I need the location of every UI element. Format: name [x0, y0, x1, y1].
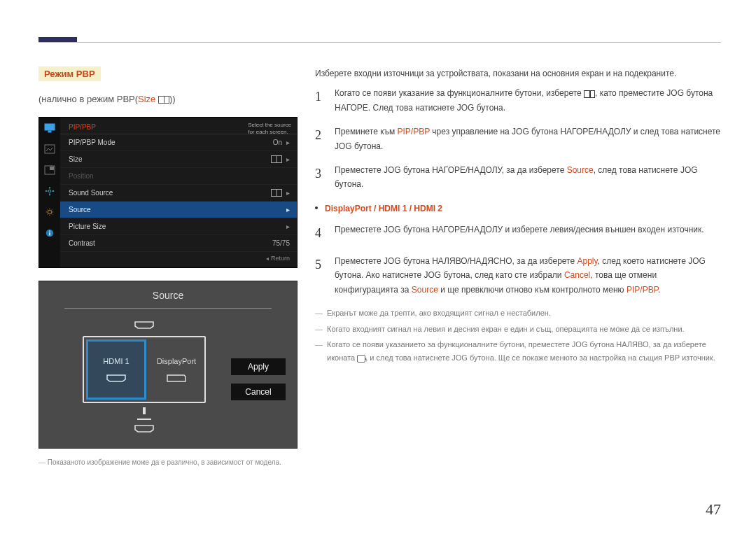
source-buttons: Apply Cancel — [231, 358, 286, 400]
step-number: 4 — [315, 223, 325, 244]
left-column: Режим PBP (налично в режим PBP(Size )) — [38, 66, 298, 466]
step-body: Преместете JOG бутона НАГОРЕ/НАДОЛУ и из… — [335, 223, 721, 244]
screen-right[interactable]: DisplayPort — [148, 337, 204, 402]
osd-row-value: On — [273, 139, 282, 146]
osd-body: PIP/PBP Select the source for each scree… — [60, 118, 297, 265]
osd-row-sound-source[interactable]: Sound Source▸ — [60, 185, 297, 202]
step-number: 3 — [315, 163, 325, 192]
pbp-value-icon — [271, 155, 282, 163]
screen-left[interactable]: HDMI 1 — [86, 339, 146, 400]
section-heading: Режим PBP — [38, 66, 101, 81]
chevron-right-icon: ▸ — [286, 139, 290, 146]
osd-return-label: Return — [271, 255, 290, 262]
osd-row-label: PIP/PBP Mode — [69, 139, 273, 146]
model-footnote: Показаното изображение може да е различн… — [38, 458, 298, 466]
note-1: Екранът може да трепти, ако входящият си… — [315, 307, 721, 320]
osd-row-pip-pbp-mode[interactable]: PIP/PBP ModeOn▸ — [60, 134, 297, 151]
step-body: Преместете JOG бутона НАГОРЕ/НАДОЛУ, за … — [335, 163, 721, 192]
sidebar-settings-icon[interactable] — [39, 202, 60, 223]
note-text: Когато входният сигнал на левия и десния… — [327, 323, 685, 336]
osd-sidebar — [39, 118, 60, 267]
svg-rect-0 — [45, 124, 55, 130]
step-4: 4 Преместете JOG бутона НАГОРЕ/НАДОЛУ и … — [315, 223, 721, 244]
monitor-stand-icon — [137, 412, 151, 420]
options-text: DisplayPort / HDMI 1 / HDMI 2 — [325, 202, 442, 216]
note-2: Когато входният сигнал на левия и десния… — [315, 323, 721, 336]
note-3: Когато се появи указанието за функционал… — [315, 338, 721, 364]
subtitle-size: Size — [138, 94, 155, 104]
subtitle: (налично в режим PBP(Size )) — [38, 94, 298, 104]
osd-row-label: Picture Size — [69, 223, 282, 230]
osd-row-value: 75/75 — [272, 239, 290, 247]
screen-right-label: DisplayPort — [157, 357, 196, 365]
osd-row-position: Position — [60, 168, 297, 185]
osd-row-source[interactable]: Source▸ — [60, 202, 297, 218]
osd-hint-line1: Select the source — [248, 122, 291, 129]
svg-point-6 — [48, 210, 51, 213]
chevron-right-icon: ▸ — [286, 155, 290, 163]
sidebar-display-icon[interactable] — [39, 118, 60, 139]
source-panel: Source HDMI 1 DisplayPort — [38, 281, 298, 449]
bullet-dot-icon — [315, 206, 318, 209]
step-body: Преместете JOG бутона НАЛЯВО/НАДЯСНО, за… — [335, 254, 721, 297]
sidebar-pip-icon[interactable] — [39, 160, 60, 181]
osd-row-size[interactable]: Size▸ — [60, 151, 297, 168]
step-body: Когато се появи указание за функционални… — [335, 86, 721, 115]
apply-button[interactable]: Apply — [231, 358, 286, 375]
svg-rect-2 — [45, 145, 55, 153]
svg-point-5 — [48, 190, 51, 192]
source-divider — [64, 308, 272, 309]
header-rule — [38, 42, 721, 43]
options-bullet: DisplayPort / HDMI 1 / HDMI 2 — [315, 202, 721, 216]
screen-left-label: HDMI 1 — [103, 357, 129, 365]
cancel-button[interactable]: Cancel — [231, 384, 286, 400]
hdmi-port-top-icon — [134, 321, 155, 329]
osd-row-label: Sound Source — [69, 189, 271, 197]
osd-header-label: PIP/PBP — [69, 123, 96, 131]
return-inline-icon — [357, 355, 365, 363]
chevron-right-icon: ▸ — [286, 206, 290, 213]
osd-row-picture-size[interactable]: Picture Size▸ — [60, 218, 297, 235]
svg-rect-8 — [49, 232, 50, 235]
hdmi-port-bottom-icon — [134, 424, 155, 433]
hdmi-icon — [106, 374, 127, 382]
step-number: 2 — [315, 125, 325, 153]
step-number: 1 — [315, 86, 325, 115]
step-2: 2 Преминете към PIP/PBP чрез управление … — [315, 125, 721, 153]
osd-footer: ◂ Return — [60, 252, 297, 265]
step-body: Преминете към PIP/PBP чрез управление на… — [335, 125, 721, 153]
osd-row-contrast[interactable]: Contrast75/75 — [60, 235, 297, 252]
intro-text: Изберете входни източници за устройстват… — [315, 66, 721, 80]
osd-row-label: Source — [69, 206, 282, 213]
osd-hint-line2: for each screen. — [248, 129, 291, 136]
pbp-split-icon — [158, 96, 169, 104]
right-column: Изберете входни източници за устройстват… — [298, 66, 721, 466]
note-text: Екранът може да трепти, ако входящият си… — [327, 307, 551, 320]
svg-rect-4 — [50, 167, 54, 170]
page-number: 47 — [706, 500, 721, 519]
source-title: Source — [39, 290, 297, 301]
subtitle-prefix: (налично в режим PBP( — [38, 94, 138, 104]
pbp-value-icon — [271, 189, 282, 197]
step-5: 5 Преместете JOG бутона НАЛЯВО/НАДЯСНО, … — [315, 254, 721, 297]
sidebar-picture-icon[interactable] — [39, 139, 60, 160]
screen-box: HDMI 1 DisplayPort — [83, 336, 206, 403]
chevron-right-icon: ▸ — [286, 189, 290, 197]
monitor-illustration: HDMI 1 DisplayPort — [67, 312, 221, 438]
step-number: 5 — [315, 254, 325, 297]
osd-row-label: Position — [69, 172, 290, 180]
osd-hint: Select the source for each screen. — [248, 122, 291, 136]
page-content: Режим PBP (налично в режим PBP(Size )) — [38, 66, 721, 466]
note-text: Когато се появи указанието за функционал… — [327, 338, 721, 364]
sidebar-info-icon[interactable] — [39, 223, 60, 244]
osd-row-label: Contrast — [69, 239, 272, 247]
osd-header-row: PIP/PBP Select the source for each scree… — [60, 118, 297, 134]
subtitle-suffix: )) — [169, 94, 176, 104]
step-3: 3 Преместете JOG бутона НАГОРЕ/НАДОЛУ, з… — [315, 163, 721, 192]
menu-inline-icon — [584, 90, 595, 98]
osd-row-label: Size — [69, 155, 271, 163]
sidebar-target-icon[interactable] — [39, 181, 60, 202]
osd-menu: PIP/PBP Select the source for each scree… — [38, 117, 298, 268]
svg-rect-9 — [49, 231, 50, 232]
step-1: 1 Когато се появи указание за функционал… — [315, 86, 721, 115]
